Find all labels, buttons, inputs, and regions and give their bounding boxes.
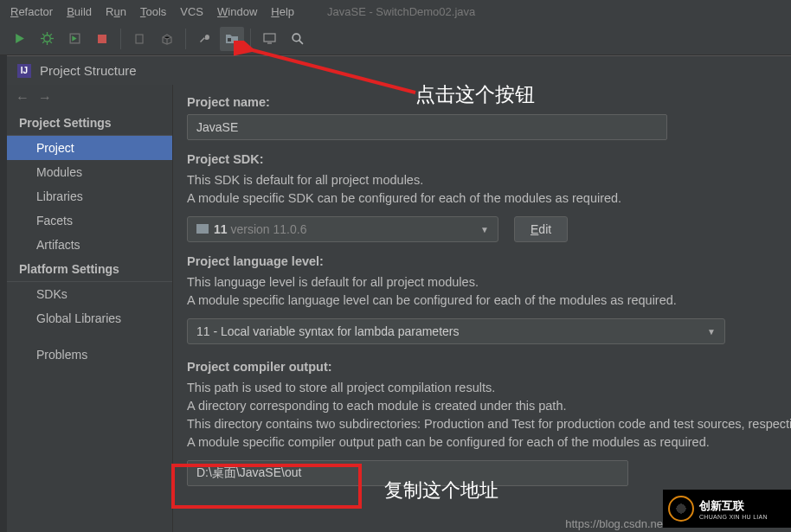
menu-refactor[interactable]: Refactor	[3, 3, 60, 20]
blog-url: https://blog.csdn.ne	[565, 517, 663, 530]
back-icon[interactable]: ←	[16, 90, 29, 106]
stop-icon[interactable]	[90, 27, 114, 51]
sidebar-section-platform-settings: Platform Settings	[7, 257, 172, 282]
svg-line-16	[299, 41, 302, 44]
sidebar-item-artifacts[interactable]: Artifacts	[7, 233, 172, 257]
svg-line-8	[42, 42, 44, 43]
toolbar-separator	[250, 29, 251, 49]
svg-rect-12	[228, 38, 231, 42]
svg-line-6	[49, 42, 51, 43]
watermark-text-en: CHUANG XIN HU LIAN	[699, 514, 768, 520]
dialog-title: Project Structure	[40, 63, 137, 78]
menu-window[interactable]: Window	[210, 3, 264, 20]
sdk-dropdown[interactable]: 11 version 11.0.6 ▼	[187, 216, 498, 242]
svg-rect-10	[98, 35, 106, 43]
sidebar-item-libraries[interactable]: Libraries	[7, 184, 172, 208]
run-icon[interactable]	[7, 27, 31, 51]
sidebar-item-modules[interactable]: Modules	[7, 160, 172, 184]
language-level-label: Project language level:	[187, 254, 791, 268]
toolbar-separator	[185, 29, 186, 49]
sidebar-item-facets[interactable]: Facets	[7, 208, 172, 233]
toolbar-separator	[120, 29, 121, 49]
menu-tools[interactable]: Tools	[133, 3, 173, 20]
annotation-text-1: 点击这个按钮	[415, 81, 535, 108]
sidebar-item-sdks[interactable]: SDKs	[7, 282, 172, 306]
window-title: JavaSE - SwitchDemo02.java	[327, 5, 475, 18]
avd-icon[interactable]	[257, 27, 281, 51]
svg-point-15	[293, 34, 300, 42]
output-description: This directory contains two subdirectori…	[187, 415, 791, 433]
menu-help[interactable]: Help	[264, 3, 301, 20]
svg-line-5	[42, 34, 44, 35]
output-description: This path is used to store all project c…	[187, 379, 791, 397]
dialog-sidebar: ← → Project Settings Project Modules Lib…	[7, 85, 173, 532]
project-sdk-label: Project SDK:	[187, 152, 791, 166]
dialog-content: Project name: Project SDK: This SDK is d…	[173, 85, 791, 532]
sidebar-item-problems[interactable]: Problems	[7, 343, 172, 367]
sidebar-item-global-libraries[interactable]: Global Libraries	[7, 306, 172, 330]
coverage-icon[interactable]	[62, 27, 87, 51]
project-structure-dialog: IJ Project Structure ← → Project Setting…	[7, 55, 791, 532]
lang-description: A module specific language level can be …	[187, 292, 791, 310]
profiler-icon[interactable]	[127, 27, 151, 51]
search-icon[interactable]	[285, 27, 309, 51]
project-structure-icon[interactable]	[220, 27, 244, 51]
menu-build[interactable]: Build	[60, 3, 99, 20]
editor-gutter	[0, 55, 7, 532]
output-description: A module specific compiler output path c…	[187, 433, 791, 452]
svg-rect-11	[136, 35, 143, 43]
folder-icon	[196, 224, 209, 234]
compiler-output-label: Project compiler output:	[187, 360, 791, 374]
toolbar	[0, 22, 791, 55]
watermark-text-cn: 创新互联	[699, 498, 768, 514]
svg-rect-13	[264, 34, 275, 42]
menu-vcs[interactable]: VCS	[173, 3, 210, 20]
wrench-icon[interactable]	[192, 27, 216, 51]
dialog-icon: IJ	[17, 64, 31, 78]
dialog-header: IJ Project Structure	[7, 56, 791, 85]
forward-icon[interactable]: →	[38, 90, 52, 106]
sidebar-item-project[interactable]: Project	[7, 136, 172, 160]
project-name-input[interactable]	[187, 114, 667, 140]
output-description: A directory corresponding to each module…	[187, 397, 791, 415]
watermark-logo	[668, 496, 694, 522]
lang-description: This language level is default for all p…	[187, 273, 791, 292]
menu-run[interactable]: Run	[99, 3, 133, 20]
sdk-description: This SDK is default for all project modu…	[187, 171, 791, 189]
debug-icon[interactable]	[35, 27, 59, 51]
svg-point-0	[43, 35, 50, 42]
chevron-down-icon: ▼	[480, 225, 489, 234]
edit-button[interactable]: Edit	[514, 216, 568, 242]
chevron-down-icon: ▼	[707, 327, 716, 337]
language-level-dropdown[interactable]: 11 - Local variable syntax for lambda pa…	[187, 318, 725, 344]
sidebar-section-project-settings: Project Settings	[7, 111, 172, 136]
annotation-text-2: 复制这个地址	[384, 478, 498, 503]
svg-line-7	[49, 34, 51, 35]
watermark: 创新互联 CHUANG XIN HU LIAN	[663, 490, 791, 528]
menubar: Refactor Build Run Tools VCS Window Help…	[0, 0, 791, 22]
sdk-description: A module specific SDK can be configured …	[187, 189, 791, 208]
build-icon[interactable]	[155, 27, 179, 51]
